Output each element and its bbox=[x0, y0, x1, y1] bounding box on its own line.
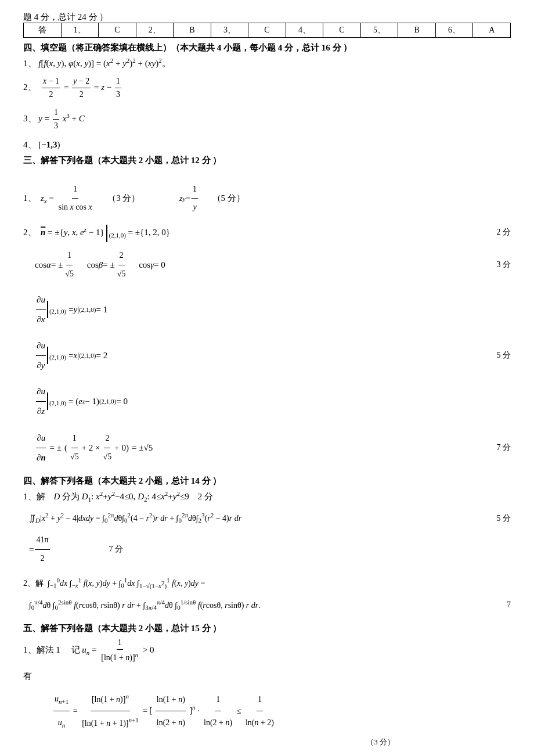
fill-p1: 1、 f[f(x, y), φ(x, y)] = (x2 + y2)2 + (x… bbox=[23, 56, 511, 70]
double-integral-eq: ∬D|x2 + y2 − 4|dxdy = ∫02πdθ∫02(4 − r2)r… bbox=[29, 507, 511, 529]
page-header: 题 4 分，总计 24 分 ） bbox=[23, 12, 511, 23]
five-p1-you: 有 bbox=[23, 669, 511, 683]
four-p2-intro: 2、解 ∫−10dx ∫−x1 f(x, y)dy + ∫01dx ∫1−√(1… bbox=[23, 573, 511, 593]
three-p2-cos-row: cos α = ± 1 √5 cos β = ± 2 √5 cos γ = 0 … bbox=[35, 247, 511, 283]
three-p1-row: 1、 zx = 1 sin x cos x （3 分） zy = 1 y （5 … bbox=[23, 181, 511, 217]
answer-label: 答 bbox=[24, 23, 62, 38]
four-p1-intro: 1、解 D 分为 D1: x2+y2−4≤0, D2: 4≤x2+y2≤9 2 … bbox=[23, 489, 511, 505]
partial-uz-row: ∂u ∂z (2,1,0) = (ez − 1)(2,1,0) = 0 bbox=[35, 382, 511, 421]
q6-ans: A bbox=[473, 23, 511, 38]
five-solve-title: 五、解答下列各题（本大题共 2 小题，总计 15 分 ） bbox=[23, 623, 511, 634]
fill-blank-title: 四、填空题（将正确答案填在横线上）（本大题共 4 小题，每小题 4 分，总计 1… bbox=[23, 42, 511, 53]
q1-label: 1、 bbox=[61, 23, 99, 38]
three-p2-row1: 2、 n = ±{y, x, ez − 1} (2,1,0) = ±{1, 2,… bbox=[23, 222, 511, 242]
q3-label: 3、 bbox=[211, 23, 248, 38]
four-p2-polar: ∫0π/4dθ ∫02sinθ f(rcosθ, rsinθ) r dr + ∫… bbox=[29, 595, 511, 615]
four-solve-title: 四、解答下列各题（本大题共 2 小题，总计 14 分 ） bbox=[23, 476, 511, 487]
fill-p2: 2、 x − 1 2 = y − 2 2 = z − 1 3 bbox=[23, 75, 511, 102]
partial-un-row: ∂u ∂n = ± ( 1 √5 + 2 × 2 √5 + 0) = ±√5 7… bbox=[35, 428, 511, 468]
partial-uy-row: ∂u ∂y (2,1,0) = x|(2,1,0) = 2 5 分 bbox=[35, 336, 511, 375]
q5-label: 5、 bbox=[360, 23, 398, 38]
five-p1-intro: 1、解法 1 记 un = 1 [ln(1 + n)]n > 0 bbox=[23, 636, 511, 664]
q2-label: 2、 bbox=[136, 23, 174, 38]
q1-ans: C bbox=[99, 23, 136, 38]
q4-label: 4、 bbox=[286, 23, 323, 38]
fill-p3: 3、 y = 1 3 x3 + C bbox=[23, 106, 511, 133]
q4-ans: C bbox=[323, 23, 361, 38]
score-3: （3 分） bbox=[23, 737, 395, 747]
partial-ux-row: ∂u ∂x (2,1,0) = y|(2,1,0) = 1 bbox=[35, 290, 511, 329]
answer-table: 答 1、 C 2、 B 3、 C 4、 C 5、 B 6、 A bbox=[23, 23, 511, 38]
q3-ans: C bbox=[248, 23, 286, 38]
fill-p4: 4、 [−1,3) bbox=[23, 138, 511, 152]
five-p1-limit-text: 而 limn→∞ 1 ln(n + 2) = 0，故 bbox=[23, 753, 511, 756]
five-p1-ratio: un+1 un = [ln(1 + n)]n [ln(1 + n + 1)]n+… bbox=[52, 687, 511, 735]
q6-label: 6、 bbox=[435, 23, 473, 38]
three-solve-title: 三、解答下列各题（本大题共 2 小题，总计 12 分 ） bbox=[23, 155, 511, 166]
q2-ans: B bbox=[174, 23, 211, 38]
q5-ans: B bbox=[398, 23, 436, 38]
result-41pi: = 41π 2 7 分 bbox=[29, 531, 511, 568]
